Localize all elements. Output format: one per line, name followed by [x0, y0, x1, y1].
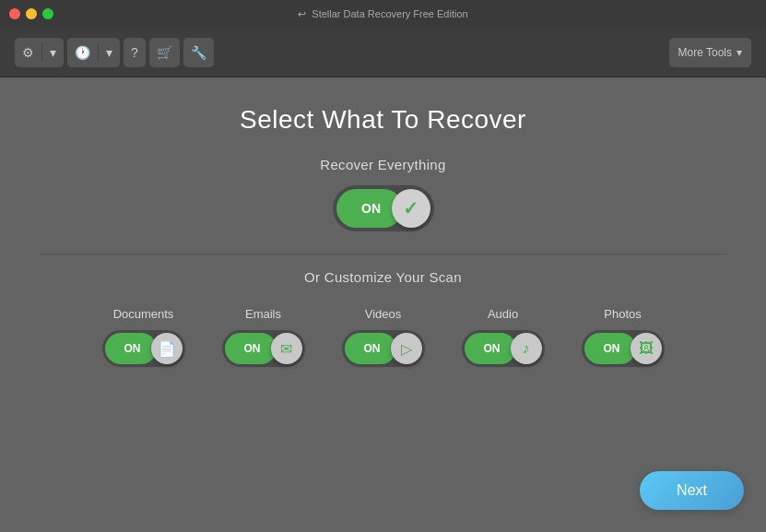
emails-label: Emails: [245, 307, 281, 321]
category-emails: Emails ON ✉: [222, 307, 305, 367]
documents-label: Documents: [113, 307, 174, 321]
toggle-on-label: ON: [361, 201, 381, 216]
wrench-button[interactable]: 🔧: [183, 38, 214, 67]
emails-toggle-thumb: ✉: [271, 333, 302, 364]
settings-dropdown-button[interactable]: ▾: [42, 38, 64, 67]
close-button[interactable]: [9, 8, 20, 19]
chevron-down-icon-2: ▾: [106, 45, 112, 60]
page-title: Select What To Recover: [240, 105, 526, 135]
minimize-button[interactable]: [26, 8, 37, 19]
app-title: Stellar Data Recovery Free Edition: [312, 8, 467, 19]
email-icon: ✉: [280, 340, 292, 358]
audio-label: Audio: [488, 307, 518, 321]
recover-everything-toggle-container: ON ✓: [333, 185, 434, 231]
settings-group[interactable]: ⚙ ▾: [15, 38, 64, 67]
toolbar: ⚙ ▾ 🕐 ▾ ? 🛒 🔧 More Tools: [0, 28, 766, 77]
photos-toggle[interactable]: ON 🖼: [582, 330, 665, 367]
clock-dropdown-button[interactable]: ▾: [99, 38, 120, 67]
cart-icon: 🛒: [157, 45, 172, 60]
audio-toggle[interactable]: ON ♪: [462, 330, 545, 367]
toggle-thumb: ✓: [392, 189, 430, 228]
audio-toggle-thumb: ♪: [511, 333, 542, 364]
documents-toggle-thumb: 📄: [151, 333, 183, 364]
category-videos: Videos ON ▷: [342, 307, 425, 367]
photos-on-label: ON: [604, 342, 620, 355]
videos-toggle[interactable]: ON ▷: [342, 330, 425, 367]
audio-toggle-track: ON: [465, 333, 516, 364]
audio-icon: ♪: [523, 340, 530, 357]
gear-icon: ⚙: [22, 45, 34, 60]
documents-on-label: ON: [124, 342, 141, 355]
photos-icon: 🖼: [639, 340, 654, 357]
category-documents: Documents ON 📄: [102, 307, 185, 367]
title-bar: ↩ Stellar Data Recovery Free Edition: [0, 0, 766, 28]
help-icon: ?: [131, 45, 138, 60]
help-button[interactable]: ?: [124, 38, 146, 67]
toolbar-left: ⚙ ▾ 🕐 ▾ ? 🛒 🔧: [15, 38, 214, 67]
chevron-down-icon: ▾: [50, 45, 56, 60]
customize-label: Or Customize Your Scan: [304, 269, 462, 285]
emails-toggle[interactable]: ON ✉: [222, 330, 305, 367]
clock-icon: 🕐: [75, 45, 90, 60]
emails-toggle-track: ON: [225, 333, 277, 364]
title-bar-icon: ↩: [298, 8, 306, 20]
photos-toggle-track: ON: [584, 333, 636, 364]
section-divider: [39, 254, 728, 254]
videos-toggle-track: ON: [345, 333, 396, 364]
emails-on-label: ON: [244, 342, 261, 355]
recover-everything-toggle[interactable]: ON ✓: [333, 185, 434, 231]
recover-everything-label: Recover Everything: [320, 157, 445, 172]
toolbar-right: More Tools ▾: [669, 38, 751, 67]
more-tools-chevron-icon: ▾: [737, 46, 742, 59]
videos-on-label: ON: [364, 342, 381, 355]
more-tools-label: More Tools: [678, 46, 732, 59]
clock-button[interactable]: 🕐: [67, 38, 98, 67]
photos-label: Photos: [604, 307, 641, 321]
clock-group[interactable]: 🕐 ▾: [67, 38, 120, 67]
traffic-lights: [9, 8, 53, 19]
maximize-button[interactable]: [42, 8, 53, 19]
wrench-icon: 🔧: [191, 45, 206, 60]
more-tools-button[interactable]: More Tools ▾: [669, 38, 751, 67]
videos-label: Videos: [365, 307, 402, 321]
category-audio: Audio ON ♪: [462, 307, 545, 367]
main-content: Select What To Recover Recover Everythin…: [0, 77, 766, 532]
videos-toggle-thumb: ▷: [391, 333, 422, 364]
next-button[interactable]: Next: [640, 471, 744, 510]
settings-button[interactable]: ⚙: [15, 38, 41, 67]
checkmark-icon: ✓: [403, 197, 418, 219]
audio-on-label: ON: [484, 342, 501, 355]
category-photos: Photos ON 🖼: [582, 307, 665, 367]
cart-button[interactable]: 🛒: [149, 38, 180, 67]
photos-toggle-thumb: 🖼: [630, 333, 662, 364]
documents-toggle-track: ON: [105, 333, 157, 364]
video-icon: ▷: [401, 340, 412, 358]
title-bar-center: ↩ Stellar Data Recovery Free Edition: [298, 8, 467, 20]
document-icon: 📄: [158, 340, 176, 358]
documents-toggle[interactable]: ON 📄: [102, 330, 185, 367]
categories-row: Documents ON 📄 Emails ON ✉: [102, 307, 665, 367]
